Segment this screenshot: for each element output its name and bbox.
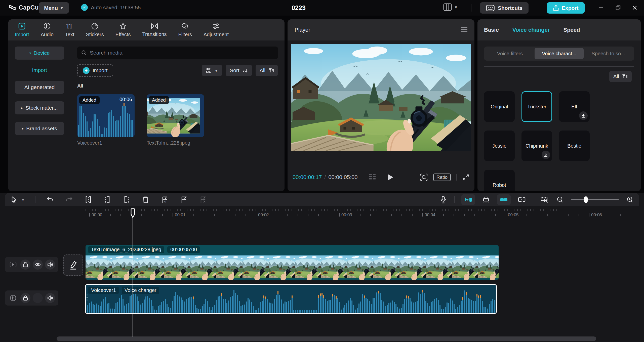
marker-button[interactable] xyxy=(179,195,188,204)
zoom-in-button[interactable] xyxy=(625,195,634,204)
voice-effect-trickster[interactable]: Trickster xyxy=(521,91,552,122)
sidebar-item-ai-generated[interactable]: AI generated xyxy=(15,81,64,94)
caret-right-icon: ▸ xyxy=(21,106,23,110)
download-icon xyxy=(542,151,550,159)
tab-stickers[interactable]: Stickers xyxy=(86,22,104,37)
menu-button[interactable]: Menu ▼ xyxy=(39,2,69,14)
import-media-button[interactable]: + Import xyxy=(77,64,113,77)
link-toggle[interactable] xyxy=(497,194,511,205)
voice-effect-original[interactable]: Original xyxy=(484,91,515,122)
hide-track-button[interactable] xyxy=(33,260,43,270)
subtab-voice-filters[interactable]: Voice filters xyxy=(485,48,535,59)
mute-track-button[interactable] xyxy=(45,293,55,303)
voice-effect-robot[interactable]: Robot xyxy=(484,170,515,191)
tab-text[interactable]: TIText xyxy=(65,22,74,37)
player-menu-button[interactable] xyxy=(461,27,468,32)
horizontal-scrollbar[interactable] xyxy=(57,336,596,341)
unlink-button[interactable] xyxy=(517,195,526,204)
video-clip-header: TextToImage_6_20240228.jpeg 00:00:05:00 xyxy=(86,245,499,254)
ratio-button[interactable]: Ratio xyxy=(433,174,451,181)
voice-effect-jessie[interactable]: Jessie xyxy=(484,131,515,161)
divider xyxy=(456,174,457,181)
preview-zoom-icon[interactable] xyxy=(420,174,428,181)
total-time: 00:00:05:00 xyxy=(328,174,357,181)
keyboard-icon xyxy=(486,5,495,11)
tab-import[interactable]: Import xyxy=(15,22,29,37)
clip-drag-handle[interactable] xyxy=(87,294,88,302)
sidebar-item-device[interactable]: ▾Device xyxy=(15,47,64,60)
select-tool-button[interactable] xyxy=(10,195,19,204)
media-tabbar: ImportAudioTITextStickersEffectsTransiti… xyxy=(8,19,285,40)
playhead-line[interactable] xyxy=(133,217,133,337)
close-button[interactable] xyxy=(630,4,639,12)
lock-track-button[interactable] xyxy=(20,293,30,303)
restore-button[interactable] xyxy=(614,4,622,12)
chevron-down-icon: ▼ xyxy=(214,68,218,73)
media-card-image[interactable]: Added TextToIm...228.jpeg xyxy=(147,94,204,146)
audio-icon xyxy=(43,22,51,30)
fit-timeline-button[interactable] xyxy=(540,195,549,204)
voice-filter-button[interactable]: All xyxy=(609,71,632,82)
media-card-audio[interactable]: Added 00:06 Voiceover1 xyxy=(77,94,135,146)
duration-label: 00:06 xyxy=(119,97,132,102)
timeline-zoom-slider[interactable] xyxy=(571,199,619,200)
subtab-speech-to-so-[interactable]: Speech to so... xyxy=(584,48,633,59)
split-keep-left-button[interactable] xyxy=(103,195,112,204)
sidebar-item-stock-mater-[interactable]: ▸Stock mater... xyxy=(15,101,64,114)
tab-audio[interactable]: Audio xyxy=(41,22,54,37)
sort-button[interactable]: Sort xyxy=(226,65,252,76)
audio-clip[interactable]: Voiceover1 Voice changer xyxy=(85,284,497,314)
zoom-slider-handle[interactable] xyxy=(584,196,588,203)
zoom-out-button[interactable] xyxy=(555,195,565,204)
redo-button[interactable] xyxy=(65,195,74,204)
split-keep-right-button[interactable] xyxy=(122,195,131,204)
tab-speed[interactable]: Speed xyxy=(563,27,580,33)
tab-filters[interactable]: Filters xyxy=(178,22,192,37)
tab-transitions[interactable]: Transitions xyxy=(142,23,167,37)
download-icon xyxy=(579,111,588,120)
video-clip[interactable]: TextToImage_6_20240228.jpeg 00:00:05:00 xyxy=(86,245,499,280)
split-button[interactable] xyxy=(84,195,93,204)
select-tool-caret[interactable]: ▼ xyxy=(21,198,25,202)
voice-effect-bestie[interactable]: Bestie xyxy=(559,131,590,161)
view-mode-dropdown[interactable]: ▼ xyxy=(202,65,222,76)
lock-track-button[interactable] xyxy=(20,260,30,270)
video-track-controls xyxy=(5,257,58,272)
preview-axis-toggle[interactable] xyxy=(481,195,491,204)
search-input[interactable]: Search media xyxy=(77,47,278,59)
fullscreen-icon[interactable] xyxy=(462,174,469,181)
player-header xyxy=(288,19,474,40)
undo-button[interactable] xyxy=(46,195,55,204)
tab-adjustment[interactable]: Adjustment xyxy=(204,22,229,37)
shortcuts-button[interactable]: Shortcuts xyxy=(480,2,529,14)
tab-voice-changer[interactable]: Voice changer xyxy=(512,27,550,33)
remove-marker-button[interactable] xyxy=(198,195,208,204)
voice-effect-chipmunk[interactable]: Chipmunk xyxy=(521,131,552,161)
voice-effect-elf[interactable]: Elf xyxy=(559,91,590,122)
video-preview[interactable] xyxy=(291,44,471,151)
edit-cover-button[interactable] xyxy=(63,254,83,276)
sidebar-item-import[interactable]: Import xyxy=(15,67,64,73)
export-button[interactable]: Export xyxy=(547,2,585,14)
text-icon: TI xyxy=(65,22,74,30)
delete-button[interactable] xyxy=(141,195,150,204)
tab-basic[interactable]: Basic xyxy=(484,27,499,33)
magnetic-snap-toggle[interactable] xyxy=(461,194,475,205)
layout-switch-button[interactable]: ▼ xyxy=(443,3,458,11)
sidebar-item-brand-assets[interactable]: ▸Brand assets xyxy=(15,122,64,135)
filmstrip-frame xyxy=(295,254,321,280)
timeline-ruler[interactable]: 00:0000:0100:0200:0300:0400:0500:06 xyxy=(0,208,644,220)
smart-marker-button[interactable]: AI xyxy=(160,195,169,204)
frame-list-icon[interactable] xyxy=(369,174,376,181)
subtab-voice-charact-[interactable]: Voice charact... xyxy=(535,48,584,59)
mute-track-button[interactable] xyxy=(45,260,55,270)
tab-effects[interactable]: Effects xyxy=(115,22,131,37)
divider xyxy=(471,4,471,12)
media-filter-button[interactable]: All xyxy=(256,65,278,76)
search-placeholder: Search media xyxy=(90,50,123,56)
play-button[interactable] xyxy=(387,174,394,181)
minimize-button[interactable] xyxy=(597,4,605,12)
playhead-handle[interactable] xyxy=(130,208,136,218)
audio-thumbnail: Added 00:06 xyxy=(77,94,135,137)
record-voiceover-button[interactable] xyxy=(439,195,448,204)
